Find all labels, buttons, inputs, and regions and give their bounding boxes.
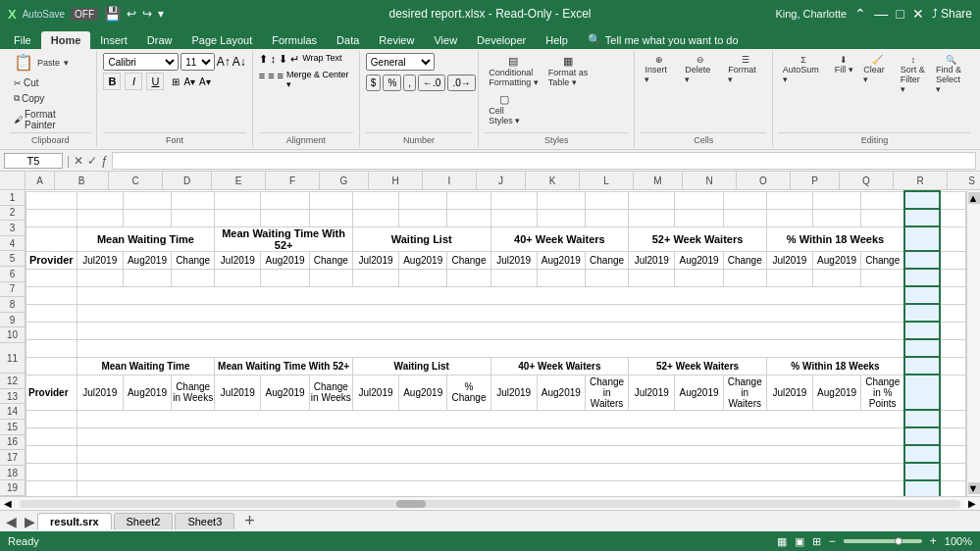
cell-G5[interactable] (309, 269, 352, 286)
format-as-table-btn[interactable]: ▦ Format asTable ▾ (544, 53, 593, 89)
sheet-tab-sheet3[interactable]: Sheet3 (175, 513, 234, 529)
cell-D4[interactable]: Change (172, 251, 215, 269)
cell-U11[interactable] (940, 375, 966, 410)
scroll-down-btn[interactable]: ▼ (968, 482, 980, 494)
ribbon-collapse-btn[interactable]: ⌃ (854, 6, 866, 22)
tab-data[interactable]: Data (327, 31, 369, 49)
cell-F5[interactable] (261, 269, 309, 286)
cell-E2[interactable] (215, 209, 261, 226)
cell-Q5[interactable] (766, 269, 812, 286)
cell-U12[interactable] (940, 410, 966, 427)
cell-T3[interactable] (904, 226, 940, 251)
row-num-5[interactable]: 5 (0, 251, 25, 267)
col-header-P[interactable]: P (791, 172, 840, 189)
comma-btn[interactable]: , (403, 75, 416, 91)
cell-A16[interactable] (26, 480, 77, 496)
cell-R1[interactable] (813, 191, 861, 209)
cell-E4[interactable]: Jul2019 (215, 251, 261, 269)
cell-U7[interactable] (940, 304, 966, 322)
row-num-17[interactable]: 17 (0, 450, 25, 466)
cell-row14[interactable] (77, 445, 904, 463)
cell-S1[interactable] (861, 191, 904, 209)
cell-I2[interactable] (399, 209, 447, 226)
row-num-2[interactable]: 2 (0, 206, 25, 222)
row-num-19[interactable]: 19 (0, 480, 25, 496)
cell-J4[interactable]: Change (447, 251, 490, 269)
cell-T12[interactable] (904, 410, 940, 427)
cell-F4[interactable]: Aug2019 (261, 251, 309, 269)
cell-L1[interactable] (537, 191, 585, 209)
cell-R4[interactable]: Aug2019 (813, 251, 861, 269)
cell-S5[interactable] (861, 269, 904, 286)
view-normal-btn[interactable]: ▦ (777, 535, 787, 548)
align-top-btn[interactable]: ⬆ (259, 53, 268, 66)
col-header-O[interactable]: O (737, 172, 791, 189)
cell-P11[interactable]: ChangeinWaiters (723, 375, 766, 410)
merge-center-btn[interactable]: Merge & Center ▾ (286, 70, 353, 89)
zoom-out-btn[interactable]: − (829, 534, 836, 548)
cell-C2[interactable] (123, 209, 171, 226)
cell-A12[interactable] (26, 410, 77, 427)
cell-styles-btn[interactable]: ▢ CellStyles ▾ (485, 91, 524, 127)
percent-btn[interactable]: % (383, 75, 401, 91)
cell-P5[interactable] (723, 269, 766, 286)
prev-sheet-btn[interactable]: ◀ (0, 514, 23, 529)
cell-G2[interactable] (309, 209, 352, 226)
cell-F11[interactable]: Aug2019 (261, 375, 309, 410)
cell-N1[interactable] (629, 191, 675, 209)
font-size-select[interactable]: 11 (181, 53, 215, 71)
conditional-formatting-btn[interactable]: ▤ ConditionalFormatting ▾ (485, 53, 542, 89)
restore-btn[interactable]: □ (896, 6, 903, 22)
cell-U15[interactable] (940, 463, 966, 480)
cell-A14[interactable] (26, 445, 77, 463)
cell-A9[interactable] (26, 339, 77, 357)
h-scroll-left[interactable]: ◀ (0, 498, 16, 509)
tab-insert[interactable]: Insert (90, 31, 137, 49)
cell-Q2[interactable] (766, 209, 812, 226)
h-scroll-right[interactable]: ▶ (964, 498, 980, 509)
decrease-decimal-btn[interactable]: ←.0 (418, 75, 445, 91)
cell-K1[interactable] (490, 191, 537, 209)
scroll-right-btn[interactable]: ▶ (964, 498, 980, 509)
cell-row7[interactable] (77, 304, 904, 322)
cell-P4[interactable]: Change (723, 251, 766, 269)
col-header-A[interactable]: A (26, 172, 55, 189)
cell-A5[interactable] (26, 269, 77, 286)
col-header-M[interactable]: M (634, 172, 683, 189)
cell-G4[interactable]: Change (309, 251, 352, 269)
col-header-N[interactable]: N (683, 172, 737, 189)
cell-I4[interactable]: Aug2019 (399, 251, 447, 269)
cell-A2[interactable] (26, 209, 77, 226)
delete-btn[interactable]: ⊖ Delete ▾ (681, 53, 720, 86)
cell-Q11[interactable]: Jul2019 (766, 375, 812, 410)
autosave-toggle[interactable]: OFF (71, 8, 98, 21)
col-header-J[interactable]: J (477, 172, 526, 189)
cell-J2[interactable] (447, 209, 490, 226)
cell-K2[interactable] (490, 209, 537, 226)
cell-U5[interactable] (940, 269, 966, 286)
confirm-formula-btn[interactable]: ✓ (87, 154, 97, 168)
cell-C4[interactable]: Aug2019 (123, 251, 171, 269)
cell-A6[interactable] (26, 286, 77, 304)
cell-E1[interactable] (215, 191, 261, 209)
cell-L5[interactable] (537, 269, 585, 286)
cell-U16[interactable] (940, 480, 966, 496)
cell-U1[interactable] (940, 191, 966, 209)
tab-page-layout[interactable]: Page Layout (181, 31, 262, 49)
row-num-3[interactable]: 3 (0, 221, 25, 236)
row-num-11[interactable]: 11 (0, 343, 25, 374)
tab-file[interactable]: File (4, 31, 41, 49)
col-header-E[interactable]: E (212, 172, 266, 189)
cell-B5[interactable] (77, 269, 123, 286)
cell-O11[interactable]: Aug2019 (675, 375, 723, 410)
cell-E11[interactable]: Jul2019 (215, 375, 261, 410)
cell-P1[interactable] (723, 191, 766, 209)
cell-D1[interactable] (172, 191, 215, 209)
cell-T15[interactable] (904, 463, 940, 480)
cell-A1[interactable] (26, 191, 77, 209)
wrap-text-label[interactable]: Wrap Text (302, 53, 341, 66)
cell-J1[interactable] (447, 191, 490, 209)
row-num-8[interactable]: 8 (0, 297, 25, 313)
cell-I11[interactable]: Aug2019 (399, 375, 447, 410)
cell-C5[interactable] (123, 269, 171, 286)
